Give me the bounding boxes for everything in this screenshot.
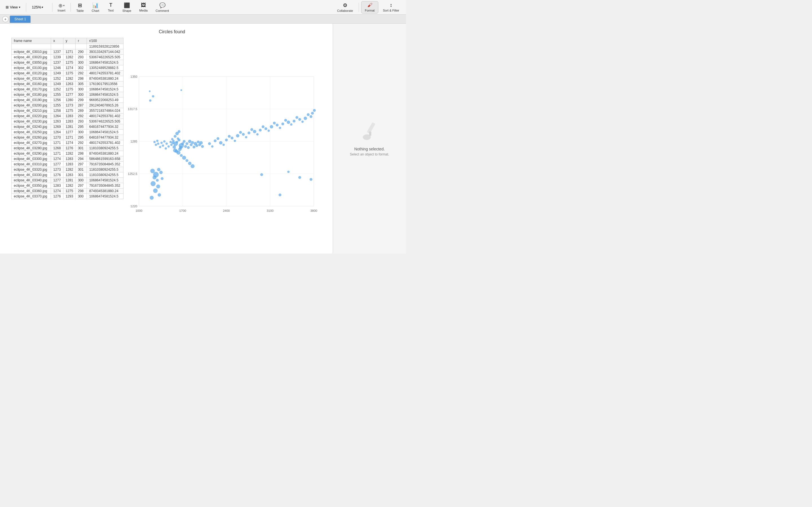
svg-point-28 — [177, 137, 179, 140]
table-cell: 300 — [75, 87, 87, 92]
svg-point-125 — [149, 100, 151, 102]
table-cell: 289 — [75, 108, 87, 114]
table-row[interactable]: eclipse_4K_03200.jpg12551273287291240407… — [11, 103, 123, 108]
svg-point-45 — [180, 154, 183, 157]
svg-point-24 — [176, 141, 178, 143]
svg-point-79 — [253, 130, 256, 133]
table-cell: 1274 — [51, 156, 63, 162]
comment-button[interactable]: 💬 Comment — [152, 1, 172, 13]
table-cell: 1276 — [51, 172, 63, 178]
svg-point-38 — [186, 142, 188, 145]
svg-point-92 — [222, 144, 225, 146]
table-cell: 1282 — [63, 151, 75, 156]
table-row[interactable]: eclipse_4K_03170.jpg12521275300106864745… — [11, 87, 123, 92]
table-cell: eclipse_4K_03240.jpg — [11, 124, 51, 129]
table-row[interactable]: eclipse_4K_03350.jpg12831282297791673508… — [11, 183, 123, 188]
table-cell: 1237 — [51, 49, 63, 55]
chart-button[interactable]: 📊 Chart — [88, 1, 103, 13]
table-cell: 292 — [75, 114, 87, 119]
table-cell: 5864861599163.658 — [87, 156, 123, 162]
svg-point-96 — [245, 136, 247, 138]
table-cell: 1264 — [51, 114, 63, 119]
table-row[interactable]: eclipse_4K_03190.jpg12561280299966952206… — [11, 98, 123, 103]
table-row[interactable]: eclipse_4K_03260.jpg12701271295648167447… — [11, 135, 123, 140]
table-cell: 1273 — [63, 103, 75, 108]
table-cell: 292 — [75, 71, 87, 76]
sort-filter-button[interactable]: ↕ Sort & Filter — [379, 1, 403, 13]
add-sheet-button[interactable]: + — [2, 16, 8, 22]
svg-point-32 — [183, 140, 186, 143]
nothing-selected-title: Nothing selected. — [354, 147, 385, 151]
table-row[interactable]: 1189159328123856 — [11, 44, 123, 49]
format-button[interactable]: 🖌 Format — [361, 1, 378, 13]
table-header-cell: r — [75, 38, 87, 44]
table-cell: 11810380924255.5 — [87, 146, 123, 151]
table-cell: eclipse_4K_03160.jpg — [11, 81, 51, 87]
table-row[interactable]: eclipse_4K_03180.jpg12551277300106864745… — [11, 92, 123, 98]
table-cell: 1271 — [63, 49, 75, 55]
shape-button[interactable]: ⬛ Shape — [119, 1, 135, 13]
table-row[interactable]: eclipse_4K_03250.jpg12641277300106864745… — [11, 129, 123, 135]
svg-point-78 — [248, 131, 250, 134]
table-cell: 1281 — [63, 178, 75, 183]
table-row[interactable]: eclipse_4K_03050.jpg12371275300106864745… — [11, 60, 123, 65]
media-button[interactable]: 🖼 Media — [136, 1, 151, 13]
table-row[interactable]: eclipse_4K_03120.jpg12491275292480174255… — [11, 71, 123, 76]
view-button[interactable]: ⊞ View ▾ — [3, 4, 22, 10]
table-cell: 1252 — [51, 87, 63, 92]
svg-point-100 — [267, 129, 270, 132]
table-row[interactable]: eclipse_4K_03370.jpg12761293300106864745… — [11, 194, 123, 199]
table-cell: 1276 — [63, 146, 75, 151]
table-cell — [11, 44, 51, 49]
sheet-tab-1[interactable]: Sheet 1 — [10, 15, 31, 23]
table-row[interactable]: eclipse_4K_03300.jpg12741283294586486159… — [11, 156, 123, 162]
table-cell: 1252 — [51, 76, 63, 81]
table-cell: 1283 — [63, 162, 75, 167]
collaborate-label: Collaborate — [337, 9, 353, 12]
table-cell: 287 — [75, 103, 87, 108]
table-cell: 1282 — [63, 167, 75, 172]
table-cell: 1256 — [51, 98, 63, 103]
table-row[interactable]: eclipse_4K_03020.jpg12391282293530674622… — [11, 55, 123, 60]
table-row[interactable]: eclipse_4K_03230.jpg12631283293530674622… — [11, 119, 123, 124]
table-row[interactable]: eclipse_4K_03340.jpg12771281300106864745… — [11, 178, 123, 183]
collaborate-button[interactable]: ⚙ Collaborate — [334, 1, 356, 13]
table-cell: 1277 — [63, 129, 75, 135]
table-row[interactable]: eclipse_4K_03360.jpg12741275298874934538… — [11, 188, 123, 194]
table-cell: eclipse_4K_03340.jpg — [11, 178, 51, 183]
table-row[interactable]: eclipse_4K_03220.jpg12641283292480174255… — [11, 114, 123, 119]
table-cell: 300 — [75, 92, 87, 98]
table-cell: 10686474581524.5 — [87, 87, 123, 92]
table-cell: 10686474581524.5 — [87, 129, 123, 135]
table-row[interactable]: eclipse_4K_03160.jpg12491263305176190179… — [11, 81, 123, 87]
svg-point-58 — [160, 142, 163, 144]
table-row[interactable]: eclipse_4K_03280.jpg12681276301118103809… — [11, 146, 123, 151]
svg-point-70 — [153, 141, 156, 143]
table-row[interactable]: eclipse_4K_03330.jpg12761283301118103809… — [11, 172, 123, 178]
table-row[interactable]: eclipse_4K_03290.jpg12711282298874934538… — [11, 151, 123, 156]
table-row[interactable]: eclipse_4K_03130.jpg12521282298874934538… — [11, 76, 123, 81]
shape-label: Shape — [122, 9, 132, 12]
table-cell: 3557218374864.024 — [87, 108, 123, 114]
table-cell: 1237 — [51, 60, 63, 65]
svg-point-110 — [157, 168, 160, 171]
table-cell: 1269 — [51, 124, 63, 129]
table-row[interactable]: eclipse_4K_03310.jpg12771283297791673508… — [11, 162, 123, 167]
data-table-container[interactable]: frame namexyrr/100 1189159328123856eclip… — [0, 38, 123, 253]
zoom-button[interactable]: 125% ▾ — [30, 4, 45, 10]
table-cell: 7916735084845.352 — [87, 183, 123, 188]
text-button[interactable]: T Text — [104, 1, 118, 13]
table-cell: eclipse_4K_03320.jpg — [11, 167, 51, 172]
main-content: Circles found frame namexyrr/100 1189159… — [0, 24, 406, 253]
table-row[interactable]: eclipse_4K_03270.jpg12711274292480174255… — [11, 140, 123, 146]
table-cell: 5306746226525.505 — [87, 55, 123, 60]
table-button[interactable]: ⊞ Table — [73, 1, 87, 13]
insert-button[interactable]: ⊕ ▾ Insert — [55, 1, 68, 13]
table-row[interactable]: eclipse_4K_03320.jpg12731282301118103809… — [11, 167, 123, 172]
table-cell: 297 — [75, 162, 87, 167]
table-cell: 293 — [75, 55, 87, 60]
table-row[interactable]: eclipse_4K_03010.jpg12371271290393133429… — [11, 49, 123, 55]
table-row[interactable]: eclipse_4K_03210.jpg12581275289355721837… — [11, 108, 123, 114]
table-row[interactable]: eclipse_4K_03240.jpg12691281295648167447… — [11, 124, 123, 129]
table-row[interactable]: eclipse_4K_03100.jpg12461274302130524895… — [11, 65, 123, 71]
